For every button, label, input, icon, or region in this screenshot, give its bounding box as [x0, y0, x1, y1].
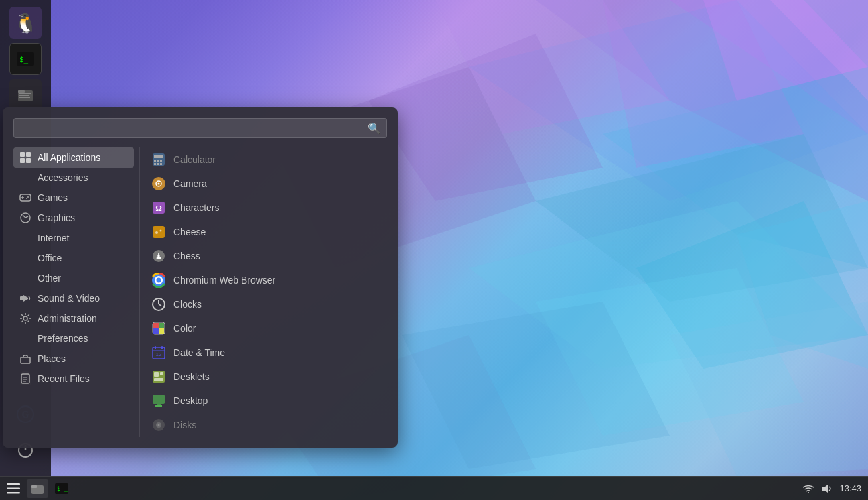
category-preferences-label: Preferences: [38, 333, 88, 344]
category-accessories-label: Accessories: [38, 172, 88, 183]
category-preferences[interactable]: Preferences: [13, 328, 134, 349]
category-places-label: Places: [38, 353, 66, 364]
search-bar[interactable]: 🔍: [13, 118, 387, 138]
internet-icon: [19, 231, 32, 245]
app-characters[interactable]: Ω Characters: [145, 196, 387, 220]
svg-rect-94: [7, 487, 20, 489]
app-calculator-label: Calculator: [173, 154, 216, 165]
svg-rect-55: [157, 163, 159, 165]
category-sound-video[interactable]: Sound & Video: [13, 288, 134, 308]
svg-rect-54: [154, 163, 156, 165]
app-desktop[interactable]: Desktop: [145, 389, 387, 413]
accessories-icon: [19, 171, 32, 184]
admin-icon: [19, 312, 32, 325]
svg-marker-15: [770, 0, 868, 101]
app-chromium[interactable]: Chromium Web Browser: [145, 268, 387, 292]
svg-marker-10: [636, 201, 868, 369]
app-menu: 🔍 All Applications Accessories: [3, 107, 398, 448]
app-disks[interactable]: Disks: [145, 413, 387, 437]
svg-marker-16: [703, 0, 868, 101]
svg-marker-9: [737, 201, 868, 369]
svg-marker-1: [670, 0, 868, 134]
svg-point-64: [160, 230, 162, 232]
taskbar-menu-button[interactable]: [3, 479, 24, 498]
svg-marker-103: [822, 485, 828, 493]
taskbar-terminal-button[interactable]: $ _: [51, 479, 72, 498]
app-cheese-label: Cheese: [173, 227, 206, 237]
svg-rect-75: [159, 323, 164, 328]
color-icon: [151, 320, 167, 336]
svg-marker-5: [469, 201, 868, 369]
category-sound-label: Sound & Video: [38, 293, 100, 304]
category-administration[interactable]: Administration: [13, 308, 134, 328]
taskbar-files-button[interactable]: [27, 479, 48, 498]
chromium-icon: [151, 272, 167, 288]
svg-marker-3: [603, 67, 868, 268]
category-all-label: All Applications: [38, 152, 100, 163]
svg-point-59: [158, 183, 160, 185]
category-internet[interactable]: Internet: [13, 228, 134, 248]
category-games[interactable]: Games: [13, 188, 134, 208]
category-graphics-label: Graphics: [38, 212, 75, 223]
svg-marker-11: [536, 268, 804, 436]
svg-rect-45: [21, 374, 29, 383]
svg-rect-80: [161, 346, 163, 349]
svg-rect-84: [154, 372, 159, 377]
category-all[interactable]: All Applications: [13, 147, 134, 168]
app-color[interactable]: Color: [145, 316, 387, 340]
categories-panel: All Applications Accessories: [13, 147, 134, 437]
menu-divider: [139, 147, 140, 437]
terminal-icon[interactable]: $_: [9, 43, 42, 75]
volume-icon[interactable]: [820, 482, 834, 495]
games-icon: [19, 191, 32, 204]
camera-icon: [151, 176, 167, 192]
places-icon: [19, 352, 32, 365]
taskbar-left: $ _: [0, 479, 72, 498]
svg-line-72: [159, 304, 161, 306]
disks-icon: [151, 417, 167, 433]
svg-marker-7: [368, 34, 603, 201]
category-other-label: Other: [38, 273, 61, 284]
category-places[interactable]: Places: [13, 349, 134, 369]
svg-point-102: [808, 492, 809, 493]
app-clocks[interactable]: Clocks: [145, 292, 387, 316]
app-camera[interactable]: Camera: [145, 172, 387, 196]
files-icon[interactable]: [9, 79, 42, 111]
category-recent[interactable]: Recent Files: [13, 369, 134, 389]
svg-rect-86: [154, 378, 163, 381]
category-administration-label: Administration: [38, 313, 97, 324]
category-other[interactable]: Other: [13, 268, 134, 288]
category-graphics[interactable]: Graphics: [13, 208, 134, 228]
svg-point-92: [158, 424, 160, 426]
search-input[interactable]: [19, 121, 368, 135]
svg-rect-23: [19, 95, 29, 96]
app-calculator[interactable]: Calculator: [145, 147, 387, 172]
app-chess-label: Chess: [173, 251, 200, 261]
app-desklets-label: Desklets: [173, 371, 210, 382]
other-icon: [19, 271, 32, 285]
calculator-icon: [151, 151, 167, 168]
app-datetime[interactable]: 12 Date & Time: [145, 340, 387, 365]
svg-text:$ _: $ _: [57, 485, 68, 492]
app-desklets[interactable]: Desklets: [145, 365, 387, 389]
svg-rect-95: [7, 492, 20, 494]
app-cheese[interactable]: Cheese: [145, 220, 387, 244]
svg-rect-77: [159, 328, 164, 334]
svg-marker-13: [402, 302, 670, 469]
menu-app-icon[interactable]: 🐧: [9, 7, 42, 39]
category-office-label: Office: [38, 253, 62, 263]
category-accessories[interactable]: Accessories: [13, 168, 134, 188]
svg-rect-52: [157, 160, 159, 162]
svg-rect-51: [154, 160, 156, 162]
cheese-icon: [151, 224, 167, 240]
office-icon: [19, 251, 32, 265]
app-camera-label: Camera: [173, 178, 207, 189]
desktop-icon: [151, 393, 167, 409]
svg-rect-87: [153, 395, 165, 404]
category-office[interactable]: Office: [13, 248, 134, 268]
app-chess[interactable]: ♟ Chess: [145, 244, 387, 268]
category-internet-label: Internet: [38, 233, 69, 243]
svg-rect-74: [153, 323, 159, 328]
network-icon[interactable]: [802, 482, 815, 495]
svg-rect-62: [153, 226, 165, 238]
